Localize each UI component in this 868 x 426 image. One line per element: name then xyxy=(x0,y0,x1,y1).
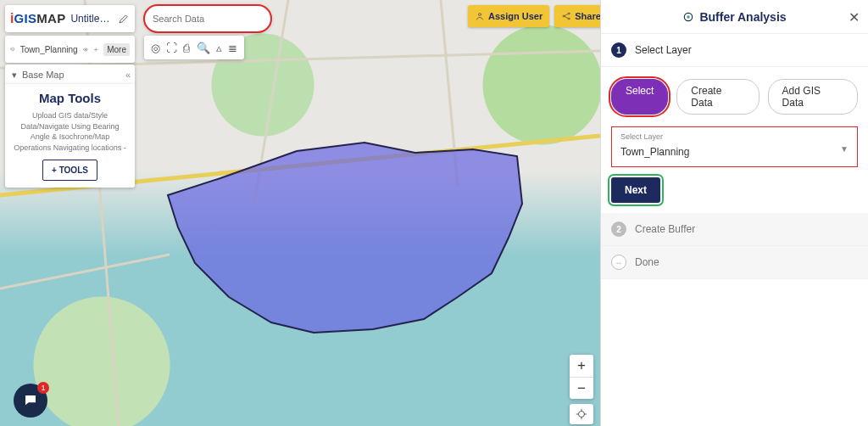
step-done-icon: ↔ xyxy=(611,255,626,270)
assign-user-button[interactable]: Assign User xyxy=(468,5,549,27)
layer-item[interactable]: Town_Planning More xyxy=(5,36,135,63)
step-select-layer[interactable]: 1 Select Layer xyxy=(601,34,868,67)
pill-select[interactable]: Select xyxy=(611,79,668,115)
step-done-label: Done xyxy=(635,256,659,268)
map-title: Untitled ... xyxy=(70,13,113,25)
chevron-down-icon: ▾ xyxy=(12,70,17,81)
svg-point-12 xyxy=(579,412,585,418)
zoom-area-icon[interactable]: 🔍 xyxy=(197,42,210,54)
select-layer-dropdown[interactable]: Select Layer Town_Planning ▼ xyxy=(611,126,858,167)
measure-icon[interactable]: ▵ xyxy=(216,42,222,54)
select-layer-label: Select Layer xyxy=(620,132,849,141)
map-tools-desc: Upload GIS data/Style Data/Navigate Usin… xyxy=(12,110,128,153)
zoom-in-button[interactable]: + xyxy=(570,355,593,377)
svg-point-13 xyxy=(687,15,691,19)
app-title-card: i GIS MAP Untitled ... xyxy=(5,5,135,32)
map-tools-title: Map Tools xyxy=(12,91,128,105)
map-toolbar: ◎ ⛶ ⎙ 🔍 ▵ ≣ xyxy=(144,36,244,59)
collapse-icon[interactable]: « xyxy=(125,70,128,80)
search-card xyxy=(144,5,271,32)
svg-point-6 xyxy=(85,48,86,49)
next-button[interactable]: Next xyxy=(611,177,660,203)
locate-me-button[interactable] xyxy=(570,404,593,424)
add-layer-icon[interactable] xyxy=(93,44,98,55)
layer-name: Town_Planning xyxy=(20,45,78,54)
layer-source-pills: Select Create Data Add GIS Data xyxy=(601,67,868,123)
panel-title: Buffer Analysis xyxy=(699,10,786,24)
legend-icon[interactable]: ≣ xyxy=(228,42,237,54)
close-panel-icon[interactable]: ✕ xyxy=(849,9,860,25)
step-2-label: Create Buffer xyxy=(635,223,695,235)
pill-add-gis[interactable]: Add GIS Data xyxy=(768,79,858,115)
open-tools-button[interactable]: + TOOLS xyxy=(42,160,97,181)
step-done[interactable]: ↔ Done xyxy=(601,246,868,279)
basemap-label: Base Map xyxy=(22,70,120,80)
chat-button[interactable]: 1 xyxy=(14,384,47,418)
map-tools-card: Map Tools Upload GIS data/Style Data/Nav… xyxy=(5,84,135,188)
basemap-toggle[interactable]: ▾ Base Map « xyxy=(5,64,135,85)
svg-point-8 xyxy=(479,14,481,16)
panel-header: Buffer Analysis ✕ xyxy=(601,0,868,34)
step-1-label: Select Layer xyxy=(635,44,692,56)
user-icon xyxy=(475,11,485,21)
layer-icon xyxy=(10,44,15,54)
crosshair-icon xyxy=(576,408,587,420)
chat-badge: 1 xyxy=(37,382,49,394)
chevron-down-icon: ▼ xyxy=(840,144,849,154)
visibility-icon[interactable] xyxy=(83,44,88,55)
layer-more-button[interactable]: More xyxy=(103,43,130,56)
step-2-number: 2 xyxy=(611,221,626,237)
zoom-out-button[interactable]: − xyxy=(570,377,593,399)
expand-icon[interactable]: ⛶ xyxy=(166,42,177,54)
zoom-control: + − xyxy=(570,355,593,399)
print-icon[interactable]: ⎙ xyxy=(183,42,190,54)
logo: i GIS MAP xyxy=(10,11,65,26)
pill-create-data[interactable]: Create Data xyxy=(676,79,759,115)
chat-icon xyxy=(23,393,38,408)
buffer-analysis-panel: Buffer Analysis ✕ 1 Select Layer Select … xyxy=(600,0,868,426)
share-icon xyxy=(561,11,571,21)
search-input[interactable] xyxy=(153,14,270,24)
step-1-number: 1 xyxy=(611,42,626,58)
edit-title-icon[interactable] xyxy=(118,13,130,25)
buffer-icon xyxy=(682,11,694,23)
select-layer-value: Town_Planning xyxy=(620,146,849,158)
target-icon[interactable]: ◎ xyxy=(151,42,160,54)
step-create-buffer[interactable]: 2 Create Buffer xyxy=(601,213,868,246)
